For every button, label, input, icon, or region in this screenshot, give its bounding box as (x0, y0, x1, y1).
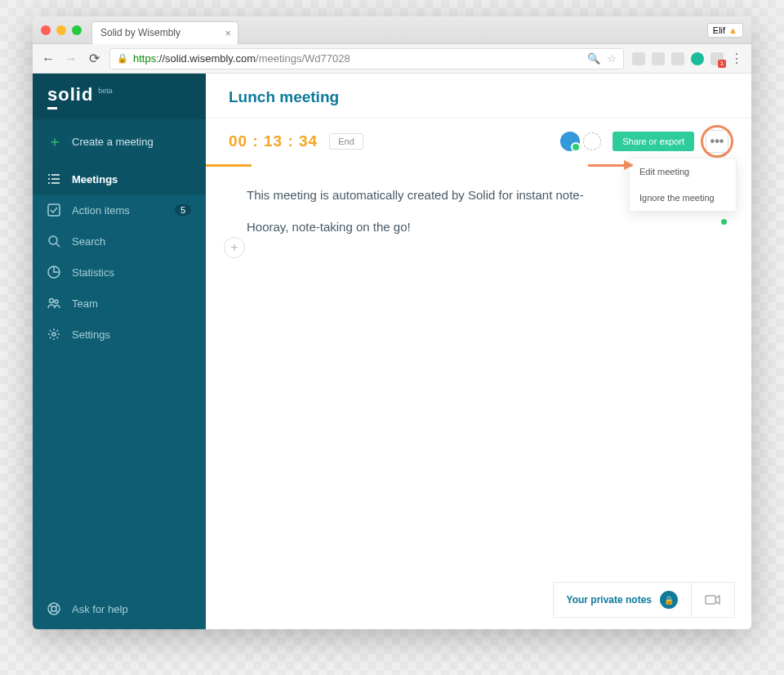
window-controls (41, 25, 82, 35)
dots-icon: ••• (710, 134, 724, 149)
note-line[interactable]: Hooray, note-taking on the go! (247, 218, 710, 235)
main-content: Lunch meeting 00 : 13 : 34 End Share or … (206, 74, 751, 629)
count-badge: 5 (175, 204, 191, 216)
video-button[interactable] (691, 583, 734, 617)
warning-icon: ▲ (728, 25, 737, 35)
svg-line-8 (56, 244, 60, 247)
extension-icon[interactable] (652, 52, 665, 65)
add-note-button[interactable]: + (224, 237, 245, 258)
back-icon[interactable]: ← (41, 51, 56, 66)
meeting-timer: 00 : 13 : 34 (229, 132, 318, 150)
app-root: solid beta ＋ Create a meeting Meetings A… (33, 74, 751, 629)
chart-icon (47, 266, 60, 279)
checkbox-icon (47, 203, 60, 217)
create-meeting-button[interactable]: ＋ Create a meeting (33, 119, 206, 163)
extension-icon[interactable] (671, 52, 684, 65)
zoom-icon[interactable]: 🔍 (587, 52, 600, 65)
browser-window: Solid by Wisembly × Elif ▲ ← → ⟳ 🔒 https… (33, 16, 751, 629)
more-menu-button[interactable]: ••• (706, 130, 728, 153)
sidebar-item-settings[interactable]: Settings (33, 319, 206, 350)
address-bar[interactable]: 🔒 https://solid.wisembly.com/meetings/Wd… (109, 48, 624, 69)
logo[interactable]: solid beta (33, 74, 206, 119)
presence-indicator-icon (721, 219, 727, 225)
meeting-title[interactable]: Lunch meeting (229, 88, 728, 106)
lock-icon: 🔒 (117, 53, 128, 64)
help-icon (47, 602, 60, 615)
extensions: ⋮ (632, 51, 743, 66)
ignore-meeting-item[interactable]: Ignore the meeting (630, 185, 736, 211)
svg-point-11 (55, 300, 58, 303)
extension-icon[interactable] (710, 52, 724, 65)
svg-rect-19 (706, 596, 715, 604)
private-notes-button[interactable]: Your private notes 🔒 (554, 583, 691, 617)
profile-chip[interactable]: Elif ▲ (707, 23, 743, 38)
forward-icon[interactable]: → (64, 51, 78, 66)
svg-point-12 (52, 333, 56, 336)
share-export-button[interactable]: Share or export (612, 132, 694, 151)
browser-tab[interactable]: Solid by Wisembly × (91, 21, 238, 44)
team-icon (47, 297, 60, 310)
ask-for-help-button[interactable]: Ask for help (33, 588, 206, 629)
edit-meeting-item[interactable]: Edit meeting (630, 159, 736, 185)
svg-point-10 (50, 299, 54, 303)
add-participant-button[interactable] (583, 132, 601, 150)
svg-rect-6 (48, 204, 60, 216)
reload-icon[interactable]: ⟳ (87, 51, 101, 66)
avatar[interactable] (560, 132, 580, 151)
maximize-window-icon[interactable] (72, 25, 82, 35)
sidebar: solid beta ＋ Create a meeting Meetings A… (33, 74, 206, 629)
svg-line-15 (50, 605, 52, 607)
sidebar-item-statistics[interactable]: Statistics (33, 257, 206, 288)
extension-icon[interactable] (691, 52, 704, 65)
end-button[interactable]: End (329, 133, 363, 150)
list-icon (47, 172, 60, 186)
svg-line-16 (56, 610, 58, 613)
menu-icon[interactable]: ⋮ (730, 51, 743, 66)
plus-icon: ＋ (47, 132, 62, 151)
lock-badge-icon: 🔒 (660, 591, 678, 609)
notes-area[interactable]: This meeting is automatically created by… (206, 167, 751, 629)
extension-icon[interactable] (632, 52, 645, 65)
browser-tab-bar: Solid by Wisembly × Elif ▲ (33, 16, 751, 44)
star-icon[interactable]: ☆ (607, 52, 617, 65)
participants (560, 132, 601, 151)
sidebar-item-team[interactable]: Team (33, 288, 206, 319)
more-dropdown: Edit meeting Ignore the meeting (629, 158, 737, 212)
svg-line-18 (56, 605, 58, 607)
meeting-toolbar: 00 : 13 : 34 End Share or export ••• Edi… (206, 118, 751, 164)
gear-icon (47, 328, 60, 341)
sidebar-item-meetings[interactable]: Meetings (33, 163, 206, 194)
search-icon (47, 235, 60, 248)
close-window-icon[interactable] (41, 25, 51, 35)
browser-toolbar: ← → ⟳ 🔒 https://solid.wisembly.com/meeti… (33, 44, 751, 74)
logo-underline-icon (47, 107, 57, 110)
minimize-window-icon[interactable] (56, 25, 66, 35)
close-tab-icon[interactable]: × (225, 27, 231, 39)
svg-point-7 (49, 236, 57, 244)
sidebar-item-action-items[interactable]: Action items 5 (33, 194, 206, 226)
sidebar-item-search[interactable]: Search (33, 226, 206, 257)
svg-line-17 (50, 610, 52, 613)
tab-title: Solid by Wisembly (100, 27, 180, 38)
bottom-bar: Your private notes 🔒 (553, 582, 735, 618)
